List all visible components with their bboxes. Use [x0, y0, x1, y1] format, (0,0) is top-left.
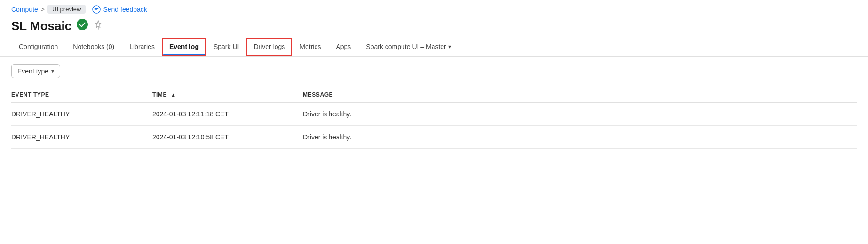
- table-row: DRIVER_HEALTHY 2024-01-03 12:10:58 CET D…: [11, 126, 857, 149]
- tab-metrics[interactable]: Metrics: [292, 37, 328, 56]
- column-header-event-type: EVENT TYPE: [11, 91, 152, 98]
- filter-bar: Event type ▾: [11, 64, 857, 78]
- time-label: TIME: [152, 91, 167, 98]
- message-cell: Driver is healthy.: [303, 133, 857, 141]
- tab-spark-compute-label: Spark compute UI – Master: [366, 43, 446, 50]
- page-header: SL Mosaic: [0, 16, 868, 37]
- table-row: DRIVER_HEALTHY 2024-01-03 12:11:18 CET D…: [11, 103, 857, 126]
- event-type-dropdown[interactable]: Event type ▾: [11, 64, 60, 78]
- checkmark-circle-icon: [76, 18, 88, 31]
- event-log-table: EVENT TYPE TIME ▲ MESSAGE DRIVER_HEALTHY…: [11, 88, 857, 149]
- feedback-icon: [92, 5, 101, 14]
- event-type-cell: DRIVER_HEALTHY: [11, 133, 152, 141]
- status-check-icon: [76, 18, 88, 33]
- tab-spark-ui[interactable]: Spark UI: [206, 37, 246, 56]
- pin-icon[interactable]: [93, 20, 103, 33]
- content-area: Event type ▾ EVENT TYPE TIME ▲ MESSAGE D…: [0, 57, 868, 156]
- breadcrumb-current: UI preview: [47, 5, 86, 14]
- feedback-label: Send feedback: [103, 6, 147, 13]
- event-type-cell: DRIVER_HEALTHY: [11, 110, 152, 118]
- tab-spark-compute-ui[interactable]: Spark compute UI – Master ▾: [358, 37, 458, 56]
- time-cell: 2024-01-03 12:11:18 CET: [152, 110, 303, 118]
- send-feedback-link[interactable]: Send feedback: [92, 5, 147, 14]
- dropdown-arrow-icon: ▾: [51, 68, 54, 74]
- svg-point-0: [93, 5, 100, 13]
- table-header: EVENT TYPE TIME ▲ MESSAGE: [11, 88, 857, 103]
- time-cell: 2024-01-03 12:10:58 CET: [152, 133, 303, 141]
- column-header-message: MESSAGE: [303, 91, 857, 98]
- message-cell: Driver is healthy.: [303, 110, 857, 118]
- tab-apps[interactable]: Apps: [328, 37, 358, 56]
- tabs-bar: Configuration Notebooks (0) Libraries Ev…: [0, 37, 868, 57]
- tab-event-log[interactable]: Event log: [162, 38, 206, 56]
- column-header-time[interactable]: TIME ▲: [152, 91, 303, 98]
- top-bar: Compute > UI preview Send feedback: [0, 0, 868, 16]
- breadcrumb-compute[interactable]: Compute: [11, 6, 38, 13]
- event-type-label: Event type: [17, 67, 48, 75]
- tab-dropdown-arrow-icon: ▾: [448, 43, 451, 50]
- tab-driver-logs[interactable]: Driver logs: [246, 38, 292, 56]
- tab-libraries[interactable]: Libraries: [122, 37, 162, 56]
- sort-indicator-icon: ▲: [171, 92, 176, 98]
- tab-configuration[interactable]: Configuration: [11, 37, 65, 56]
- page-title: SL Mosaic: [11, 19, 71, 33]
- svg-point-1: [77, 19, 88, 30]
- breadcrumb-separator: >: [41, 6, 45, 13]
- pushpin-icon: [93, 20, 103, 30]
- tab-notebooks[interactable]: Notebooks (0): [65, 37, 122, 56]
